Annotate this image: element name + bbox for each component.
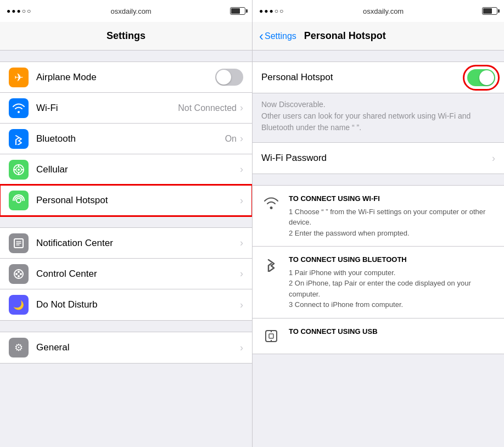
control-center-icon: [9, 264, 29, 284]
discoverable-line1: Now Discoverable.: [261, 99, 495, 110]
wifi-instruction-text: TO CONNECT USING WI-FI 1 Choose “ ” from…: [289, 193, 495, 238]
wifi-password-section: Wi-Fi Password ›: [253, 142, 504, 174]
left-nav-bar: Settings: [0, 22, 252, 51]
notification-row[interactable]: Notification Center ›: [0, 228, 252, 259]
left-status-bar: ●●●○○ osxdaily.com: [0, 0, 252, 22]
settings-group-system: Notification Center › Control Center › 🌙…: [0, 227, 252, 321]
general-label: General: [36, 342, 240, 353]
battery-icon: [230, 7, 245, 15]
bluetooth-chevron: ›: [240, 133, 243, 144]
control-center-chevron: ›: [240, 268, 243, 280]
wifi-instruction-title: TO CONNECT USING WI-FI: [289, 193, 495, 204]
hotspot-toggle-switch[interactable]: [467, 69, 495, 86]
wifi-value: Not Connected: [178, 103, 237, 113]
right-phone-panel: ●●●○○ osxdaily.com ‹ Settings Personal H…: [252, 0, 504, 447]
dnd-row[interactable]: 🌙 Do Not Disturb ›: [0, 289, 252, 320]
right-url-label: osxdaily.com: [363, 7, 404, 15]
back-button[interactable]: ‹ Settings: [259, 30, 296, 43]
airplane-toggle[interactable]: [215, 69, 243, 86]
settings-group-general: ⚙ General ›: [0, 332, 252, 364]
network-settings-group: ✈ Airplane Mode Wi-Fi Not Connected ›: [0, 62, 252, 216]
right-nav-bar: ‹ Settings Personal Hotspot: [253, 22, 504, 51]
bluetooth-label: Bluetooth: [36, 133, 225, 144]
wifi-password-row[interactable]: Wi-Fi Password ›: [253, 143, 504, 174]
bt-instruction-title: TO CONNECT USING BLUETOOTH: [289, 254, 495, 265]
bt-instruction-icon: [261, 254, 281, 274]
svg-point-2: [18, 169, 20, 171]
hotspot-toggle-label: Personal Hotspot: [261, 72, 467, 83]
back-label: Settings: [265, 31, 296, 41]
bt-instruction-steps: 1 Pair iPhone with your computer. 2 On i…: [289, 267, 495, 310]
usb-instruction-icon: [261, 326, 281, 346]
cellular-icon: [9, 160, 29, 180]
svg-point-14: [18, 271, 20, 273]
notification-chevron: ›: [240, 237, 243, 249]
bluetooth-value: On: [225, 134, 237, 144]
hotspot-chevron: ›: [240, 195, 243, 206]
url-label: osxdaily.com: [111, 7, 152, 15]
hotspot-toggle-section: Personal Hotspot: [253, 62, 504, 93]
general-chevron: ›: [240, 342, 243, 354]
wifi-row[interactable]: Wi-Fi Not Connected ›: [0, 93, 252, 124]
hotspot-page-title: Personal Hotspot: [304, 30, 386, 42]
notification-icon: [9, 233, 29, 253]
hotspot-icon: [9, 191, 29, 210]
bluetooth-row[interactable]: Bluetooth On ›: [0, 124, 252, 154]
wifi-password-chevron: ›: [492, 153, 495, 164]
wifi-icon: [9, 98, 29, 118]
notification-label: Notification Center: [36, 238, 240, 249]
svg-point-15: [20, 273, 22, 275]
control-center-label: Control Center: [36, 269, 240, 280]
airplane-mode-row[interactable]: ✈ Airplane Mode: [0, 62, 252, 93]
settings-group-network: ✈ Airplane Mode Wi-Fi Not Connected ›: [0, 62, 252, 216]
bluetooth-icon: [9, 129, 29, 149]
svg-point-7: [16, 198, 21, 203]
wifi-instruction-steps: 1 Choose “ ” from the Wi-Fi settings on …: [289, 206, 495, 239]
wifi-label: Wi-Fi: [36, 103, 178, 114]
control-center-row[interactable]: Control Center ›: [0, 259, 252, 289]
instructions-section: TO CONNECT USING WI-FI 1 Choose “ ” from…: [253, 185, 504, 354]
airplane-label: Airplane Mode: [36, 72, 215, 83]
settings-title: Settings: [107, 30, 145, 42]
usb-instruction-row: TO CONNECT USING USB: [253, 319, 504, 354]
svg-rect-18: [269, 334, 273, 338]
discoverable-text: Now Discoverable. Other users can look f…: [253, 93, 504, 142]
cellular-row[interactable]: Cellular ›: [0, 154, 252, 185]
wifi-instruction-row: TO CONNECT USING WI-FI 1 Choose “ ” from…: [253, 186, 504, 247]
hotspot-toggle-row[interactable]: Personal Hotspot: [253, 62, 504, 93]
hotspot-label: Personal Hotspot: [36, 195, 240, 206]
left-phone-panel: ●●●○○ osxdaily.com Settings ✈ Airplane M…: [0, 0, 252, 447]
personal-hotspot-row[interactable]: Personal Hotspot ›: [0, 185, 252, 216]
wifi-chevron: ›: [240, 102, 243, 114]
svg-point-16: [18, 275, 20, 277]
discoverable-line2: Other users can look for your shared net…: [261, 110, 495, 133]
usb-instruction-text: TO CONNECT USING USB: [289, 326, 495, 339]
dnd-label: Do Not Disturb: [36, 299, 240, 310]
dnd-chevron: ›: [240, 299, 243, 311]
dnd-icon: 🌙: [9, 295, 29, 315]
general-icon: ⚙: [9, 338, 29, 357]
bt-instruction-text: TO CONNECT USING BLUETOOTH 1 Pair iPhone…: [289, 254, 495, 310]
signal-dots: ●●●○○: [7, 7, 32, 15]
svg-point-13: [15, 273, 18, 275]
cellular-label: Cellular: [36, 164, 240, 175]
cellular-chevron: ›: [240, 164, 243, 175]
airplane-icon: ✈: [9, 68, 29, 87]
general-row[interactable]: ⚙ General ›: [0, 332, 252, 363]
right-status-bar: ●●●○○ osxdaily.com: [253, 0, 504, 22]
right-signal-dots: ●●●○○: [259, 7, 284, 15]
wifi-instruction-icon: [261, 193, 281, 213]
usb-instruction-title: TO CONNECT USING USB: [289, 326, 495, 337]
wifi-password-label: Wi-Fi Password: [261, 153, 492, 164]
back-chevron-icon: ‹: [259, 30, 264, 43]
right-battery-icon: [482, 7, 497, 15]
bt-instruction-row: TO CONNECT USING BLUETOOTH 1 Pair iPhone…: [253, 247, 504, 319]
